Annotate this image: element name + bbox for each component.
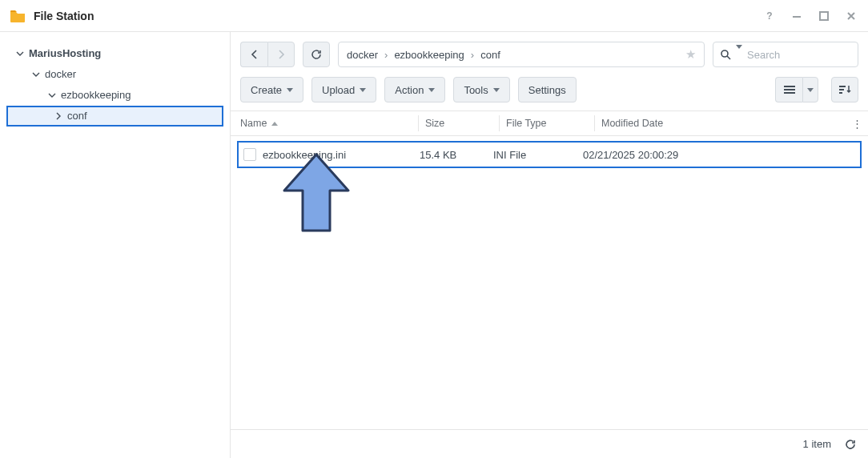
nav-refresh-button[interactable]: [303, 42, 330, 67]
button-label: Upload: [322, 84, 355, 96]
column-label: Modified Date: [601, 118, 663, 129]
nav-forward-button[interactable]: [267, 42, 295, 67]
file-row[interactable]: ezbookkeeping.ini 15.4 KB INI File 02/21…: [239, 143, 860, 167]
search-icon: [720, 49, 731, 60]
sort-asc-icon: [271, 122, 278, 126]
column-header-size[interactable]: Size: [425, 118, 499, 129]
status-refresh-button[interactable]: [844, 438, 857, 451]
tree-root[interactable]: MariusHosting: [0, 43, 230, 64]
path-segment[interactable]: ezbookkeeping: [394, 49, 464, 61]
svg-rect-8: [839, 89, 844, 90]
create-button[interactable]: Create: [240, 77, 303, 102]
file-row-highlight: ezbookkeeping.ini 15.4 KB INI File 02/21…: [237, 141, 862, 168]
tree-item-label: ezbookkeeping: [61, 85, 131, 106]
column-header-name[interactable]: Name: [240, 118, 418, 129]
chevron-right-icon[interactable]: [54, 112, 62, 120]
view-list-button[interactable]: [775, 77, 802, 102]
breadcrumb[interactable]: docker › ezbookkeeping › conf ★: [338, 42, 705, 67]
action-toolbar: Create Upload Action Tools Settings: [231, 72, 868, 110]
tree-item-label: docker: [45, 64, 76, 85]
tree-item-label: conf: [67, 106, 87, 127]
star-icon[interactable]: ★: [685, 47, 696, 62]
window-controls: ?: [762, 9, 858, 23]
file-type: INI File: [493, 149, 583, 161]
sort-button[interactable]: [831, 77, 858, 102]
chevron-down-icon: [807, 88, 814, 92]
tree-item-docker[interactable]: docker: [0, 64, 230, 85]
tree-item-conf[interactable]: conf: [6, 106, 223, 127]
svg-rect-4: [784, 86, 795, 87]
chevron-down-icon[interactable]: [32, 70, 40, 78]
path-segment[interactable]: docker: [347, 49, 378, 61]
maximize-icon[interactable]: [817, 9, 831, 23]
svg-rect-7: [839, 86, 846, 87]
button-label: Tools: [464, 84, 488, 96]
svg-point-3: [721, 50, 728, 57]
view-mode-dropdown[interactable]: [802, 77, 818, 102]
svg-text:?: ?: [766, 10, 772, 22]
column-separator: [418, 115, 419, 131]
folder-tree: MariusHosting docker ezbookkeeping conf: [0, 32, 231, 458]
search-field[interactable]: [713, 42, 858, 67]
chevron-down-icon: [287, 88, 293, 92]
status-bar: 1 item: [231, 429, 868, 458]
svg-rect-5: [784, 89, 795, 90]
svg-rect-2: [820, 12, 828, 20]
column-label: Size: [425, 118, 444, 129]
action-button[interactable]: Action: [384, 77, 445, 102]
chevron-down-icon: [493, 88, 500, 92]
minimize-icon[interactable]: [790, 9, 804, 23]
tree-item-ezbookkeeping[interactable]: ezbookkeeping: [0, 85, 230, 106]
column-header-modified[interactable]: Modified Date: [601, 118, 846, 129]
file-panel: docker › ezbookkeeping › conf ★ Create: [231, 32, 868, 458]
column-separator: [499, 115, 500, 131]
column-menu-button[interactable]: ⋮: [846, 118, 868, 130]
settings-button[interactable]: Settings: [518, 77, 577, 102]
chevron-right-icon: ›: [471, 49, 474, 61]
button-label: Settings: [528, 84, 566, 96]
nav-buttons: [240, 42, 295, 67]
nav-toolbar: docker › ezbookkeeping › conf ★: [231, 32, 868, 72]
tools-button[interactable]: Tools: [453, 77, 509, 102]
button-label: Create: [251, 84, 282, 96]
column-label: File Type: [506, 118, 547, 129]
file-name: ezbookkeeping.ini: [263, 149, 420, 161]
svg-rect-1: [793, 16, 801, 18]
button-label: Action: [395, 84, 424, 96]
chevron-down-icon: [428, 88, 435, 92]
upload-button[interactable]: Upload: [311, 77, 376, 102]
column-header-type[interactable]: File Type: [506, 118, 594, 129]
close-icon[interactable]: [844, 9, 858, 23]
chevron-down-icon: [360, 88, 366, 92]
view-mode-group: [775, 77, 818, 102]
column-separator: [594, 115, 595, 131]
path-segment[interactable]: conf: [480, 49, 500, 61]
svg-rect-9: [839, 92, 842, 94]
tree-root-label: MariusHosting: [29, 43, 101, 64]
chevron-right-icon: ›: [384, 49, 388, 61]
app-folder-icon: [10, 8, 26, 24]
titlebar: File Station ?: [0, 0, 868, 32]
file-list-header: Name Size File Type Modified Date ⋮: [231, 110, 868, 136]
chevron-down-icon[interactable]: [16, 50, 24, 58]
help-icon[interactable]: ?: [762, 9, 777, 23]
svg-rect-6: [784, 92, 795, 94]
file-modified: 02/21/2025 20:00:29: [583, 149, 860, 161]
item-count: 1 item: [803, 438, 831, 450]
row-checkbox[interactable]: [243, 148, 256, 161]
search-input[interactable]: [747, 49, 868, 61]
column-label: Name: [240, 118, 267, 129]
file-size: 15.4 KB: [420, 149, 493, 161]
app-title: File Station: [34, 10, 762, 22]
nav-back-button[interactable]: [240, 42, 267, 67]
chevron-down-icon[interactable]: [48, 91, 56, 99]
chevron-down-icon[interactable]: [736, 49, 742, 61]
